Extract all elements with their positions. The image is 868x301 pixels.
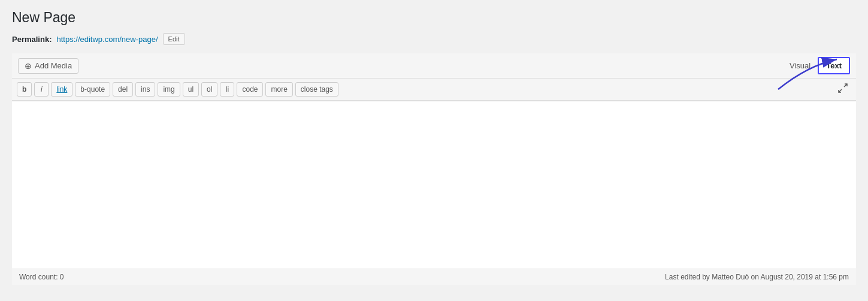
format-bold-button[interactable]: b [17,82,32,97]
editor-container: ⊕ Add Media Visual Text b i link b-quote… [12,53,856,285]
expand-icon [838,83,848,93]
permalink-url[interactable]: https://editwp.com/new-page/ [56,35,158,44]
format-toolbar: b i link b-quote del ins img ul ol li co… [12,79,856,101]
format-img-button[interactable]: img [158,82,180,97]
permalink-edit-button[interactable]: Edit [163,33,185,45]
word-count-value: 0 [60,273,64,281]
tab-visual[interactable]: Visual [782,58,818,73]
format-more-button[interactable]: more [265,82,292,97]
format-link-button[interactable]: link [51,82,72,97]
format-bquote-button[interactable]: b-quote [75,82,110,97]
format-ol-button[interactable]: ol [201,82,217,97]
last-edited: Last edited by Matteo Duò on August 20, … [665,273,849,281]
tab-text[interactable]: Text [818,57,850,74]
add-media-label: Add Media [35,61,72,70]
add-media-button[interactable]: ⊕ Add Media [18,58,78,74]
format-ins-button[interactable]: ins [135,82,155,97]
expand-editor-button[interactable] [834,82,851,97]
format-del-button[interactable]: del [113,82,133,97]
format-li-button[interactable]: li [220,82,234,97]
word-count-label: Word count: [19,273,58,281]
permalink-row: Permalink: https://editwp.com/new-page/ … [12,33,856,45]
editor-toolbar-top: ⊕ Add Media Visual Text [12,53,856,79]
editor-body[interactable] [12,101,856,269]
permalink-label: Permalink: [12,35,52,44]
format-closetags-button[interactable]: close tags [295,82,338,97]
add-media-icon: ⊕ [25,61,32,71]
word-count: Word count: 0 [19,273,64,281]
editor-footer: Word count: 0 Last edited by Matteo Duò … [12,269,856,285]
editor-tabs: Visual Text [782,57,850,74]
format-code-button[interactable]: code [237,82,263,97]
page-title: New Page [12,10,856,26]
format-ul-button[interactable]: ul [183,82,199,97]
format-italic-button[interactable]: i [34,82,49,97]
